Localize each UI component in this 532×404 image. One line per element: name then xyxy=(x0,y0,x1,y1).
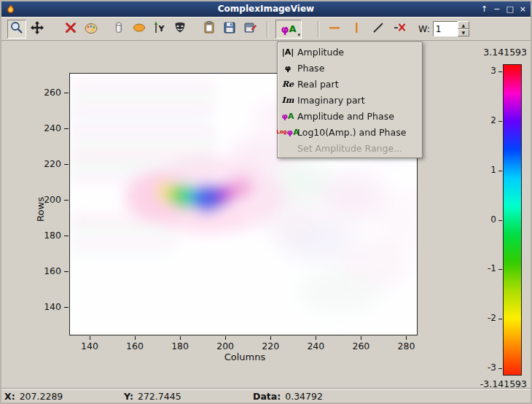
save-as-button[interactable] xyxy=(240,20,259,39)
menu-item-label: Imaginary part xyxy=(297,95,365,106)
x-tick-mark xyxy=(270,336,271,340)
mask-icon xyxy=(173,20,187,37)
delete-cuts-icon xyxy=(393,20,407,37)
data-value: 0.34792 xyxy=(285,391,323,402)
ellipse-roi-button[interactable] xyxy=(130,20,149,39)
menu-item-icon: |A| xyxy=(278,47,297,57)
zoom-icon xyxy=(9,20,24,37)
cut-width-label: W: xyxy=(418,23,430,34)
colorbar-tick-mark xyxy=(498,269,502,270)
diagonal-line-icon xyxy=(371,20,386,37)
menu-item-amplitude-and-phase[interactable]: φAAmplitude and Phase xyxy=(278,108,421,124)
maximize-button[interactable]: □ xyxy=(506,1,513,17)
pan-button[interactable] xyxy=(28,20,47,39)
floppy-pencil-icon xyxy=(243,20,257,37)
red-x-icon xyxy=(63,20,78,37)
colorbar-tick-label: 2 xyxy=(474,115,496,125)
axes-settings-button[interactable]: Y xyxy=(150,20,169,39)
data-label: Data: xyxy=(253,391,281,402)
y-tick-label: 160 xyxy=(38,265,61,276)
x-tick-mark xyxy=(180,336,181,340)
menu-item-icon: LogφA xyxy=(278,128,297,137)
colorbar-tick-mark xyxy=(498,71,502,72)
cursor-y-readout: Y: 272.7445 xyxy=(124,389,181,403)
toolbar-separator xyxy=(267,21,268,37)
display-mode-button[interactable]: φ A ▾ xyxy=(275,20,302,39)
x-tick-label: 160 xyxy=(124,341,146,351)
menu-item-imaginary-part[interactable]: ImImaginary part xyxy=(278,92,421,108)
y-tick-mark xyxy=(64,307,69,308)
svg-text:Y: Y xyxy=(158,24,165,34)
menu-item-icon: φ xyxy=(278,63,297,73)
vertical-cut-button[interactable] xyxy=(347,20,366,39)
x-tick-mark xyxy=(361,336,361,340)
y-tick-label: 180 xyxy=(38,230,61,241)
complex-image-view-window: ComplexImageView ↑ − □ × xyxy=(0,0,532,404)
cursor-data-readout: Data: 0.34792 xyxy=(253,389,323,403)
menu-item-real-part[interactable]: ReReal part xyxy=(278,76,421,92)
delete-cuts-button[interactable] xyxy=(391,20,410,39)
orange-ellipse-icon xyxy=(132,20,146,37)
y-tick-label: 260 xyxy=(38,87,61,98)
vertical-line-icon xyxy=(349,20,364,37)
colorbar-tick-label: 3 xyxy=(474,66,496,76)
amp-glyph: A xyxy=(289,23,296,34)
menu-item-log10-amp-and-phase[interactable]: LogφALog10(Amp.) and Phase xyxy=(278,124,421,140)
colorbar-max-label: 3.141593 xyxy=(483,47,527,58)
cylinder-icon xyxy=(112,20,126,37)
colorbar-tick-label: -2 xyxy=(474,313,496,323)
dropdown-arrow-icon: ▾ xyxy=(297,32,300,38)
diagonal-cut-button[interactable] xyxy=(369,20,388,39)
menu-item-set-amplitude-range: Set Amplitude Range... xyxy=(278,140,421,156)
menu-item-amplitude[interactable]: |A|Amplitude xyxy=(278,44,421,60)
pan-arrows-icon xyxy=(30,20,44,37)
x-tick-label: 260 xyxy=(350,341,372,351)
menu-item-label: Log10(Amp.) and Phase xyxy=(297,127,406,138)
colormap-button[interactable] xyxy=(109,20,128,39)
floppy-icon xyxy=(222,20,237,37)
x-tick-mark xyxy=(90,336,90,340)
y-tick-mark xyxy=(64,164,69,165)
toolbar: Y φ xyxy=(1,17,531,41)
y-label: Y: xyxy=(124,391,133,402)
shade-button[interactable]: ↑ xyxy=(481,1,488,17)
cut-width-down-button[interactable]: ▼ xyxy=(458,29,469,37)
menu-item-label: Amplitude xyxy=(297,47,344,58)
horizontal-cut-button[interactable] xyxy=(325,20,344,39)
cut-width-input[interactable] xyxy=(433,21,458,36)
copy-to-clipboard-button[interactable] xyxy=(200,20,219,39)
colorbar-tick-label: 0 xyxy=(474,214,496,225)
menu-item-label: Real part xyxy=(297,79,339,90)
cut-width-up-button[interactable]: ▲ xyxy=(458,21,469,29)
y-tick-mark xyxy=(64,200,69,201)
phi-glyph: φ xyxy=(281,23,289,35)
window-title: ComplexImageView xyxy=(1,1,531,17)
y-tick-mark xyxy=(64,236,69,236)
x-tick-label: 280 xyxy=(395,341,417,351)
statusbar: X: 207.2289 Y: 272.7445 Data: 0.34792 xyxy=(1,388,531,403)
x-axis-title: Columns xyxy=(208,351,281,362)
display-mode-menu: |A|AmplitudeφPhaseReReal partImImaginary… xyxy=(277,42,423,158)
delete-button[interactable] xyxy=(61,20,80,39)
colorbar-tick-mark xyxy=(498,368,502,369)
window-controls: ↑ − □ × xyxy=(481,1,526,17)
menu-item-label: Phase xyxy=(297,63,324,74)
minimize-button[interactable]: − xyxy=(493,1,500,17)
horizontal-line-icon xyxy=(327,20,342,37)
y-tick-label: 240 xyxy=(38,123,61,133)
menu-item-icon: Im xyxy=(278,96,297,105)
palette-button[interactable] xyxy=(82,20,101,39)
y-tick-mark xyxy=(64,128,69,129)
colorbar-tick-mark xyxy=(498,121,502,122)
x-tick-label: 240 xyxy=(305,341,326,351)
x-value: 207.2289 xyxy=(20,391,63,402)
x-tick-label: 180 xyxy=(169,341,191,351)
menu-item-phase[interactable]: φPhase xyxy=(278,60,421,76)
palette-icon xyxy=(84,20,98,37)
close-button[interactable]: × xyxy=(520,1,526,17)
mask-button[interactable] xyxy=(171,20,189,39)
zoom-button[interactable] xyxy=(7,20,26,39)
colorbar-tick-label: -3 xyxy=(474,362,496,373)
colorbar-tick-label: -1 xyxy=(474,263,496,273)
save-button[interactable] xyxy=(220,20,239,39)
